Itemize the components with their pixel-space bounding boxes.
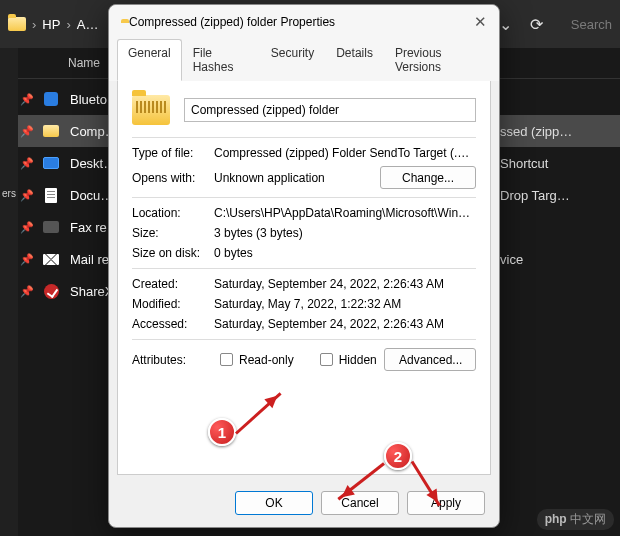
file-type: vice xyxy=(500,252,523,267)
tab-file-hashes[interactable]: File Hashes xyxy=(182,39,260,81)
file-icon xyxy=(42,282,60,300)
label-type: Type of file: xyxy=(132,146,214,160)
file-icon xyxy=(42,218,60,236)
tab-general[interactable]: General xyxy=(117,39,182,81)
value-size: 3 bytes (3 bytes) xyxy=(214,226,476,240)
label-accessed: Accessed: xyxy=(132,317,214,331)
tab-strip: GeneralFile HashesSecurityDetailsPreviou… xyxy=(109,39,499,81)
pin-icon: 📌 xyxy=(20,189,32,202)
label-size-on-disk: Size on disk: xyxy=(132,246,214,260)
divider xyxy=(132,137,476,138)
pin-icon: 📌 xyxy=(20,285,32,298)
sidebar-strip: ers xyxy=(0,48,18,536)
label-size: Size: xyxy=(132,226,214,240)
file-icon xyxy=(42,90,60,108)
value-modified: Saturday, May 7, 2022, 1:22:32 AM xyxy=(214,297,476,311)
watermark: php 中文网 xyxy=(537,509,614,530)
divider xyxy=(132,197,476,198)
file-icon xyxy=(42,154,60,172)
close-icon[interactable]: ✕ xyxy=(474,13,487,31)
watermark-text: 中文网 xyxy=(570,512,606,526)
readonly-checkbox[interactable] xyxy=(220,353,233,366)
tab-security[interactable]: Security xyxy=(260,39,325,81)
filename-input[interactable] xyxy=(184,98,476,122)
value-size-on-disk: 0 bytes xyxy=(214,246,476,260)
properties-dialog: Compressed (zipped) folder Properties ✕ … xyxy=(108,4,500,528)
file-type: ssed (zipp… xyxy=(500,124,572,139)
chevron-right-icon: › xyxy=(32,17,36,32)
value-type: Compressed (zipped) Folder SendTo Target… xyxy=(214,146,476,160)
watermark-brand: php xyxy=(545,512,567,526)
file-type: Drop Targ… xyxy=(500,188,570,203)
dropdown-icon[interactable]: ⌄ xyxy=(499,15,512,34)
file-type: Shortcut xyxy=(500,156,548,171)
pin-icon: 📌 xyxy=(20,253,32,266)
breadcrumb-item[interactable]: A… xyxy=(77,17,99,32)
folder-icon xyxy=(8,17,26,31)
change-button[interactable]: Change... xyxy=(380,166,476,189)
tab-details[interactable]: Details xyxy=(325,39,384,81)
breadcrumb-item[interactable]: HP xyxy=(42,17,60,32)
readonly-label: Read-only xyxy=(239,353,294,367)
pin-icon: 📌 xyxy=(20,93,32,106)
value-location: C:\Users\HP\AppData\Roaming\Microsoft\Wi… xyxy=(214,206,476,220)
chevron-right-icon: › xyxy=(66,17,70,32)
apply-button[interactable]: Apply xyxy=(407,491,485,515)
advanced-button[interactable]: Advanced... xyxy=(384,348,476,371)
search-input[interactable]: Search xyxy=(571,17,612,32)
value-opens-with: Unknown application xyxy=(214,171,380,185)
sidebar-label: ers xyxy=(0,188,18,199)
label-location: Location: xyxy=(132,206,214,220)
label-attributes: Attributes: xyxy=(132,353,214,367)
label-opens-with: Opens with: xyxy=(132,171,214,185)
toolbar-actions: ⌄ ⟳ Search xyxy=(499,15,612,34)
dialog-title: Compressed (zipped) folder Properties xyxy=(129,15,335,29)
label-created: Created: xyxy=(132,277,214,291)
pin-icon: 📌 xyxy=(20,125,32,138)
tab-previous-versions[interactable]: Previous Versions xyxy=(384,39,491,81)
pin-icon: 📌 xyxy=(20,221,32,234)
value-created: Saturday, September 24, 2022, 2:26:43 AM xyxy=(214,277,476,291)
divider xyxy=(132,268,476,269)
file-icon xyxy=(42,250,60,268)
dialog-buttons: OK Cancel Apply xyxy=(109,483,499,527)
value-accessed: Saturday, September 24, 2022, 2:26:43 AM xyxy=(214,317,476,331)
titlebar[interactable]: Compressed (zipped) folder Properties ✕ xyxy=(109,5,499,39)
label-modified: Modified: xyxy=(132,297,214,311)
general-panel: Type of file:Compressed (zipped) Folder … xyxy=(117,81,491,475)
refresh-icon[interactable]: ⟳ xyxy=(530,15,543,34)
hidden-label: Hidden xyxy=(339,353,377,367)
pin-icon: 📌 xyxy=(20,157,32,170)
ok-button[interactable]: OK xyxy=(235,491,313,515)
zipped-folder-icon xyxy=(132,95,170,125)
cancel-button[interactable]: Cancel xyxy=(321,491,399,515)
hidden-checkbox[interactable] xyxy=(320,353,333,366)
breadcrumb[interactable]: › HP › A… xyxy=(8,17,98,32)
file-icon xyxy=(42,186,60,204)
divider xyxy=(132,339,476,340)
file-icon xyxy=(42,122,60,140)
